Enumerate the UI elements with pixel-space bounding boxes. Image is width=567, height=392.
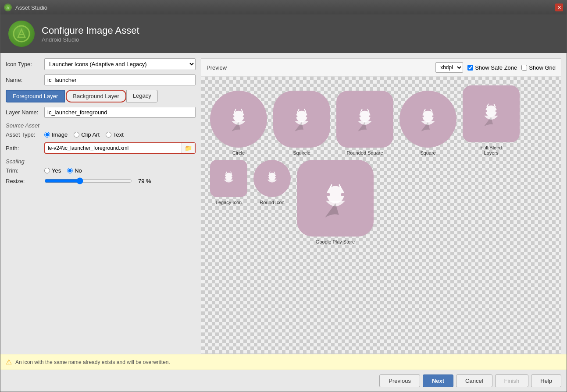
preview-panel: Preview xhdpi Show Safe Zone Show Grid [201,58,561,354]
rounded-square-label: Rounded Square [346,150,383,155]
resize-slider[interactable] [44,177,132,184]
warning-text: An icon with the same name already exist… [15,359,170,365]
svg-point-10 [359,115,361,117]
tab-foreground[interactable]: Foreground Layer [6,90,65,102]
scaling-section: Scaling Trim: Yes No [6,158,196,184]
svg-point-14 [432,115,435,117]
path-label: Path: [6,145,41,152]
content-area: Icon Type: Launcher Icons (Adaptive and … [0,53,567,392]
tab-background[interactable]: Background Layer [66,90,126,102]
app-subtitle: Android Studio [42,36,139,43]
svg-point-20 [232,176,233,177]
trim-yes[interactable]: Yes [44,167,61,174]
warning-bar: ⚠ An icon with the same name already exi… [0,354,567,370]
svg-point-11 [369,115,371,117]
circle-label: Circle [232,150,245,155]
round-icon-label: Round Icon [260,200,284,205]
header-text: Configure Image Asset Android Studio [42,25,139,43]
preview-icon-legacy: Legacy Icon [210,160,247,205]
preview-icon-round: Round Icon [253,160,291,205]
gplay-label: Google Play Store [316,239,355,244]
asset-type-clip-art[interactable]: Clip Art [74,131,100,138]
trim-label: Trim: [6,167,41,174]
main-window: A Asset Studio ✕ Configure Image Asset A… [0,0,567,392]
resize-value: 79 % [138,178,151,184]
next-button[interactable]: Next [423,374,453,387]
asset-type-image[interactable]: Image [44,131,68,138]
preview-header: Preview xhdpi Show Safe Zone Show Grid [201,59,561,77]
layer-name-label: Layer Name: [6,109,41,116]
layer-tabs: Foreground Layer Background Layer Legacy [6,90,196,102]
svg-point-13 [422,115,424,117]
show-safe-zone-checkbox[interactable]: Show Safe Zone [467,64,517,71]
svg-point-17 [496,110,498,112]
asset-type-row: Asset Type: Image Clip Art Text [6,131,196,138]
left-panel: Icon Type: Launcher Icons (Adaptive and … [6,58,201,354]
title-bar: A Asset Studio ✕ [0,0,567,14]
squircle-label: Squircle [293,150,310,155]
layer-name-input[interactable] [44,107,196,118]
title-bar-left: A Asset Studio [4,4,47,11]
svg-point-25 [326,193,330,196]
app-icon: A [4,4,12,11]
name-row: Name: [6,74,196,85]
tab-legacy[interactable]: Legacy [126,90,158,102]
name-label: Name: [6,77,41,83]
show-grid-checkbox[interactable]: Show Grid [521,64,556,71]
cancel-button[interactable]: Cancel [456,374,492,387]
svg-text:A: A [7,6,9,10]
header: Configure Image Asset Android Studio [0,14,567,53]
icon-type-control: Launcher Icons (Adaptive and Legacy) [44,58,196,70]
resize-label: Resize: [6,178,41,184]
layer-name-row: Layer Name: [6,107,196,118]
svg-point-22 [268,176,269,177]
layer-name-control [44,107,196,118]
path-row: Path: 📁 [6,142,196,154]
preview-label: Preview [207,64,227,71]
preview-content: Circle [201,77,561,353]
name-control [44,74,196,85]
square-label: Square [420,150,435,155]
svg-point-4 [232,115,235,117]
name-input[interactable] [44,74,196,85]
preview-icon-full-bleed: Full Bleed Layers [463,85,520,155]
trim-no[interactable]: No [67,167,82,174]
path-browse-button[interactable]: 📁 [182,143,195,153]
svg-point-19 [225,176,226,177]
previous-button[interactable]: Previous [379,374,420,387]
svg-point-5 [243,115,245,117]
svg-point-16 [485,110,487,112]
finish-button[interactable]: Finish [495,374,529,387]
icon-type-select[interactable]: Launcher Icons (Adaptive and Legacy) [44,58,196,70]
full-bleed-label: Full Bleed Layers [474,145,509,155]
trim-group: Yes No [44,167,82,174]
svg-point-26 [341,193,344,196]
preview-icon-circle: Circle [210,91,267,155]
path-input[interactable] [45,143,182,153]
dpi-select[interactable]: xhdpi [435,62,463,73]
title-bar-text: Asset Studio [15,4,47,11]
close-button[interactable]: ✕ [555,4,563,11]
asset-type-label: Asset Type: [6,131,41,138]
asset-type-group: Image Clip Art Text [44,131,124,138]
preview-icon-square: Square [399,91,456,155]
preview-icon-gplay: Google Play Store [297,160,374,244]
preview-icon-squircle: Squircle [273,91,330,155]
path-input-wrapper: 📁 [44,142,196,154]
icon-type-label: Icon Type: [6,61,41,67]
main-area: Icon Type: Launcher Icons (Adaptive and … [0,53,567,354]
asset-type-text[interactable]: Text [106,131,124,138]
page-title: Configure Image Asset [42,25,139,36]
resize-row: Resize: 79 % [6,177,196,184]
svg-point-7 [296,115,298,117]
warning-icon: ⚠ [6,358,12,366]
footer-buttons: Previous Next Cancel Finish Help [0,370,567,392]
source-asset-label: Source Asset [6,122,196,129]
legacy-icon-label: Legacy Icon [216,200,242,205]
trim-row: Trim: Yes No [6,167,196,174]
preview-icon-rounded-square: Rounded Square [336,91,393,155]
help-button[interactable]: Help [531,374,561,387]
icon-type-row: Icon Type: Launcher Icons (Adaptive and … [6,58,196,70]
android-studio-logo [8,21,35,47]
preview-controls: xhdpi Show Safe Zone Show Grid [435,62,556,73]
